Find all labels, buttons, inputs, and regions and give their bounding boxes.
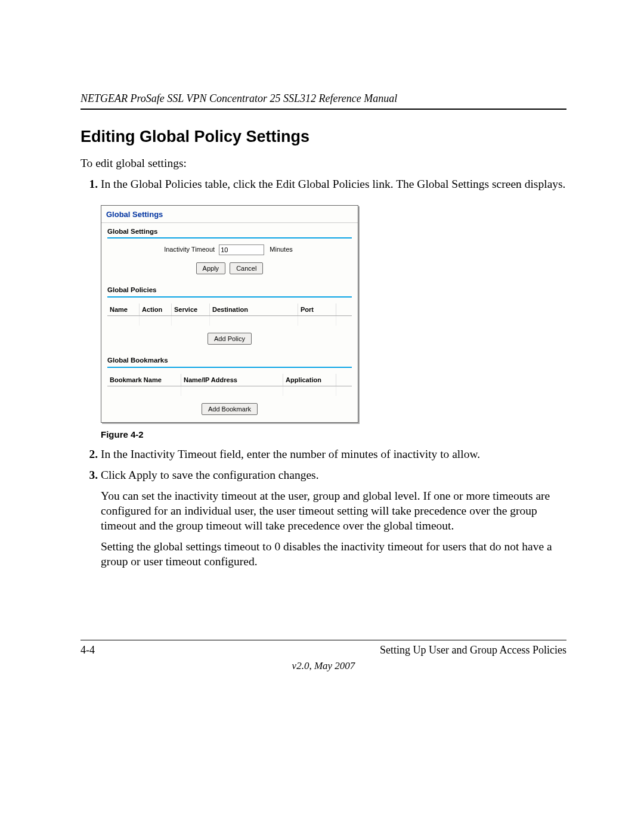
col-name: Name bbox=[107, 304, 140, 316]
step-1: In the Global Policies table, click the … bbox=[101, 177, 566, 440]
step-3-para-2: Setting the global settings timeout to 0… bbox=[101, 540, 566, 569]
step-1-text: In the Global Policies table, click the … bbox=[101, 178, 566, 190]
col-port: Port bbox=[298, 304, 336, 316]
global-policies-header: Global Policies bbox=[107, 286, 352, 298]
step-3-para-1: You can set the inactivity timeout at th… bbox=[101, 489, 566, 534]
apply-button[interactable]: Apply bbox=[196, 262, 226, 274]
global-settings-header: Global Settings bbox=[107, 227, 352, 239]
col-spacer bbox=[336, 304, 352, 316]
step-2-text: In the Inactivity Timeout field, enter t… bbox=[101, 448, 480, 460]
figure-caption: Figure 4-2 bbox=[101, 429, 566, 440]
step-3-text: Click Apply to save the configuration ch… bbox=[101, 469, 319, 481]
doc-version: v2.0, May 2007 bbox=[80, 660, 566, 672]
running-header: NETGEAR ProSafe SSL VPN Concentrator 25 … bbox=[80, 92, 566, 105]
section-heading: Editing Global Policy Settings bbox=[80, 128, 566, 146]
chapter-title: Setting Up User and Group Access Policie… bbox=[380, 644, 566, 657]
table-row bbox=[107, 316, 352, 326]
cancel-button[interactable]: Cancel bbox=[230, 262, 263, 274]
col-service: Service bbox=[172, 304, 210, 316]
col-bookmark-name: Bookmark Name bbox=[107, 374, 181, 386]
page-footer: 4-4 Setting Up User and Group Access Pol… bbox=[80, 640, 566, 672]
panel-title: Global Settings bbox=[101, 206, 358, 223]
step-3: Click Apply to save the configuration ch… bbox=[101, 468, 566, 569]
page-number: 4-4 bbox=[80, 644, 95, 657]
step-2: In the Inactivity Timeout field, enter t… bbox=[101, 447, 566, 462]
col-spacer bbox=[336, 374, 352, 386]
global-policies-table: Name Action Service Destination Port bbox=[107, 304, 352, 326]
timeout-unit-label: Minutes bbox=[270, 246, 293, 253]
global-bookmarks-header: Global Bookmarks bbox=[107, 356, 352, 368]
inactivity-timeout-label: Inactivity Timeout bbox=[164, 246, 215, 253]
col-action: Action bbox=[140, 304, 172, 316]
add-bookmark-button[interactable]: Add Bookmark bbox=[202, 403, 258, 415]
inactivity-timeout-input[interactable] bbox=[219, 244, 264, 255]
footer-rule bbox=[80, 640, 566, 640]
table-row bbox=[107, 386, 352, 396]
col-name-ip: Name/IP Address bbox=[181, 374, 283, 386]
global-settings-panel: Global Settings Global Settings Inactivi… bbox=[101, 205, 358, 423]
header-rule bbox=[80, 109, 566, 110]
intro-text: To edit global settings: bbox=[80, 157, 566, 170]
col-application: Application bbox=[283, 374, 336, 386]
col-destination: Destination bbox=[210, 304, 298, 316]
add-policy-button[interactable]: Add Policy bbox=[208, 333, 252, 345]
global-bookmarks-table: Bookmark Name Name/IP Address Applicatio… bbox=[107, 374, 352, 396]
